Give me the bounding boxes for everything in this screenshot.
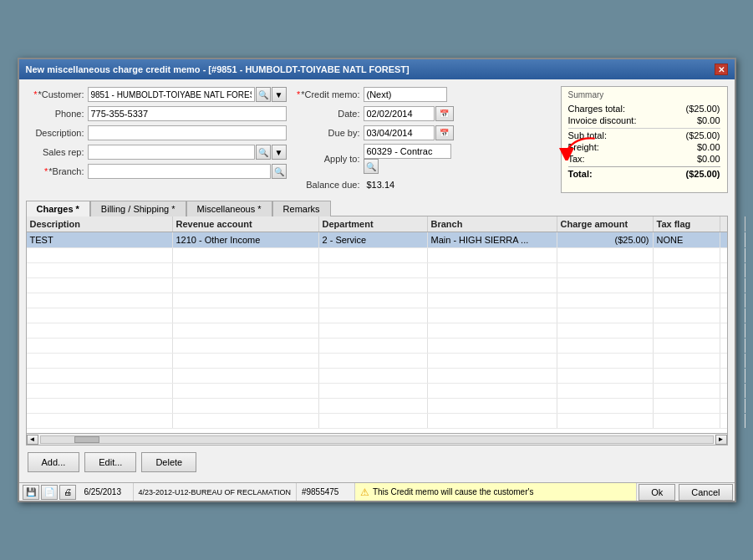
tab-charges[interactable]: Charges *: [26, 201, 90, 216]
phone-input[interactable]: [88, 106, 287, 121]
middle-form: *Credit memo: Date: 📅 Due by: 📅: [293, 86, 554, 193]
due-by-input[interactable]: [364, 125, 435, 140]
sales-rep-label: Sales rep:: [26, 147, 84, 157]
apply-to-search-button[interactable]: 🔍: [364, 159, 379, 174]
scroll-right-button[interactable]: ►: [715, 435, 727, 445]
edit-button[interactable]: Edit...: [84, 452, 136, 472]
col-description: Description: [27, 216, 173, 232]
phone-label: Phone:: [26, 109, 84, 119]
sales-rep-row: Sales rep: 🔍 ▼: [26, 144, 287, 160]
branch-row: *Branch: 🔍: [26, 163, 287, 180]
tabs-row: Charges * Billing / Shipping * Miscellan…: [26, 200, 728, 216]
customer-search-button[interactable]: 🔍: [256, 87, 271, 102]
summary-total-row: Total: ($25.00): [568, 166, 720, 180]
empty-row: [27, 354, 727, 369]
empty-row: [27, 339, 727, 354]
left-form: *Customer: 🔍 ▼ Phone: Description:: [26, 86, 287, 193]
cancel-button[interactable]: Cancel: [679, 484, 732, 501]
customer-label: *Customer:: [26, 89, 84, 99]
balance-due-row: Balance due: $13.14: [293, 176, 554, 193]
date-input[interactable]: [364, 106, 435, 121]
tab-miscellaneous[interactable]: Miscellaneous *: [186, 201, 272, 216]
scroll-left-button[interactable]: ◄: [27, 435, 38, 445]
summary-sub-total-row: Sub total: ($25.00): [568, 128, 720, 141]
date-label: Date:: [293, 109, 360, 119]
warning-icon: ⚠: [360, 486, 369, 498]
branch-search-button[interactable]: 🔍: [272, 164, 287, 179]
scrollbar-track[interactable]: [40, 435, 714, 444]
status-icon-2[interactable]: 📄: [41, 485, 58, 500]
credit-memo-label: *Credit memo:: [293, 89, 360, 99]
empty-row: [27, 384, 727, 399]
tabs-area: Charges * Billing / Shipping * Miscellan…: [26, 200, 728, 445]
sub-total-label: Sub total:: [568, 130, 607, 140]
empty-row: [27, 263, 727, 278]
charges-total-value: ($25.00): [686, 104, 720, 114]
summary-invoice-discount-row: Invoice discount: $0.00: [568, 115, 720, 126]
sales-rep-input[interactable]: [88, 145, 255, 160]
scrollbar-thumb[interactable]: [74, 436, 99, 443]
col-actions: [720, 216, 745, 232]
description-input[interactable]: [88, 125, 287, 140]
charges-total-label: Charges total:: [568, 104, 625, 114]
apply-to-input[interactable]: [364, 144, 451, 159]
credit-memo-row: *Credit memo:: [293, 86, 554, 103]
credit-memo-input[interactable]: [364, 87, 447, 102]
date-picker-button[interactable]: 📅: [435, 106, 454, 121]
description-row: Description:: [26, 125, 287, 141]
apply-to-row: Apply to: 🔍: [293, 144, 554, 174]
summary-box: Summary Charges total: ($25.00) Invoice …: [561, 86, 728, 193]
cell-revenue-account: 1210 - Other Income: [173, 232, 319, 247]
due-by-picker-button[interactable]: 📅: [435, 125, 454, 140]
tax-label: Tax:: [568, 154, 585, 164]
branch-field-group: 🔍: [88, 164, 287, 179]
tab-content: Description Revenue account Department B…: [26, 216, 728, 445]
main-window: New miscellaneous charge credit memo - […: [18, 58, 736, 502]
empty-row: [27, 369, 727, 384]
col-tax-flag: Tax flag: [654, 216, 720, 232]
top-section: *Customer: 🔍 ▼ Phone: Description:: [26, 86, 728, 193]
total-value: ($25.00): [686, 169, 720, 179]
status-record: #9855475: [297, 483, 355, 501]
branch-input[interactable]: [88, 164, 271, 179]
empty-row: [27, 278, 727, 293]
table-row[interactable]: TEST 1210 - Other Income 2 - Service Mai…: [27, 232, 727, 248]
col-department: Department: [319, 216, 428, 232]
date-field-group: 📅: [364, 106, 554, 121]
tab-billing-shipping[interactable]: Billing / Shipping *: [90, 201, 186, 216]
sales-rep-field-group: 🔍 ▼: [88, 145, 287, 160]
close-button[interactable]: ✕: [715, 64, 728, 75]
table-body: TEST 1210 - Other Income 2 - Service Mai…: [27, 232, 727, 433]
summary-charges-row: Charges total: ($25.00): [568, 103, 720, 115]
empty-row: [27, 414, 727, 429]
customer-input[interactable]: [88, 87, 255, 102]
customer-row: *Customer: 🔍 ▼: [26, 86, 287, 103]
horizontal-scrollbar[interactable]: ◄ ►: [27, 433, 727, 445]
table-header: Description Revenue account Department B…: [27, 216, 727, 232]
branch-label: *Branch:: [26, 166, 84, 176]
add-button[interactable]: Add...: [28, 452, 80, 472]
col-revenue-account: Revenue account: [173, 216, 319, 232]
phone-row: Phone:: [26, 105, 287, 122]
apply-to-field-group: 🔍: [364, 144, 554, 174]
status-bar: 💾 📄 🖨 6/25/2013 4/23-2012-U12-BUREAU OF …: [19, 482, 735, 501]
title-bar: New miscellaneous charge credit memo - […: [19, 59, 735, 79]
empty-row: [27, 308, 727, 323]
col-charge-amount: Charge amount: [557, 216, 654, 232]
status-icon-1[interactable]: 💾: [23, 485, 39, 500]
empty-row: [27, 293, 727, 308]
bottom-buttons: Add... Edit... Delete: [26, 449, 728, 476]
delete-button[interactable]: Delete: [141, 452, 196, 472]
cell-row-action: [720, 232, 745, 247]
sales-rep-dropdown-button[interactable]: ▼: [272, 145, 287, 160]
empty-rows: [27, 248, 727, 429]
tab-remarks[interactable]: Remarks: [272, 201, 331, 216]
due-by-label: Due by:: [293, 128, 360, 138]
status-icon-3[interactable]: 🖨: [59, 485, 76, 500]
sales-rep-search-button[interactable]: 🔍: [256, 145, 271, 160]
content-area: *Customer: 🔍 ▼ Phone: Description:: [19, 79, 735, 482]
customer-dropdown-button[interactable]: ▼: [272, 87, 287, 102]
apply-to-label: Apply to:: [293, 154, 360, 164]
sub-total-value: ($25.00): [686, 130, 720, 140]
ok-button[interactable]: Ok: [639, 484, 675, 501]
